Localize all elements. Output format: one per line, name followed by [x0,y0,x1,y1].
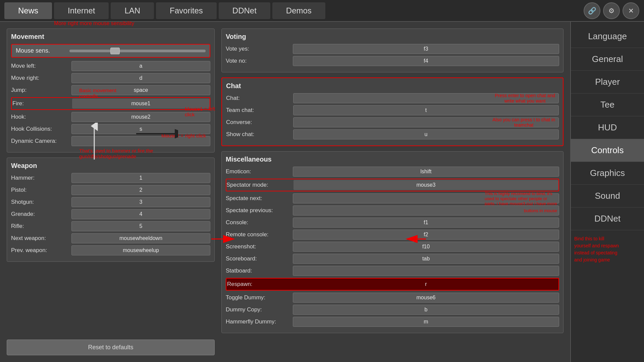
respawn-key[interactable]: r [293,279,558,289]
bind-row-move-left: Move left: a [11,61,210,71]
vote-yes-label: Vote yes: [226,46,293,52]
chat-title: Chat [226,82,559,90]
spectate-next-row: Spectate next: This is highly recomend t… [226,193,559,203]
screenshot-key[interactable]: f10 [293,242,559,252]
chat-key[interactable]: Press enter to open chat andwrite what y… [293,93,559,103]
voting-row-no: Vote no: f4 [226,56,559,66]
mouse-sens-slider[interactable] [69,50,206,52]
move-left-key[interactable]: a [71,61,210,71]
prev-weapon-key[interactable]: mousewheelup [71,245,210,255]
remote-console-key[interactable]: f2 [293,230,559,240]
grenade-key[interactable]: 4 [71,209,210,219]
movement-section: Movement More right more mouse sensibili… [7,28,215,153]
bind-row-rifle: Rifle: 5 [11,221,210,231]
remote-console-label: Remote console: [226,231,293,238]
team-chat-key[interactable]: t [293,105,559,115]
tab-internet[interactable]: Internet [54,2,109,19]
pistol-key[interactable]: 2 [71,185,210,195]
slider-thumb [110,48,120,54]
shotgun-key[interactable]: 3 [71,197,210,207]
toggle-dummy-key[interactable]: mouse6 [293,293,559,303]
hammer-key[interactable]: 1 [71,173,210,183]
pistol-label: Pistol: [11,187,71,193]
screenshot-label: Screenshot: [226,243,293,250]
tab-lan[interactable]: LAN [111,2,154,19]
dummy-copy-key[interactable]: b [293,305,559,315]
spectator-mode-label: Spectator mode: [226,182,293,188]
rifle-key[interactable]: 5 [71,221,210,231]
sidebar-item-controls[interactable]: Controls [571,139,644,162]
dynamic-camera-key[interactable] [71,136,210,146]
statboard-row: Statboard: [226,266,559,276]
next-weapon-key[interactable]: mousewheeldown [71,233,210,243]
fire-key[interactable]: mouse1 [72,99,210,109]
converse-row: Converse: Also you can press t to chat i… [226,117,559,127]
spectate-next-label: Spectate next: [226,195,293,202]
voting-title: Voting [226,33,559,41]
converse-key[interactable]: Also you can press t to chat inteamchat [293,117,559,127]
shotgun-label: Shotgun: [11,199,71,205]
voting-row-yes: Vote yes: f3 [226,44,559,54]
right-sidebar: Language General Player Tee HUD Controls… [570,22,644,362]
tab-demos[interactable]: Demos [272,2,325,19]
dummy-copy-row: Dummy Copy: b [226,305,559,315]
sidebar-item-graphics[interactable]: Graphics [571,162,644,185]
move-right-key[interactable]: d [71,73,210,83]
tab-favorites[interactable]: Favorites [156,2,217,19]
bind-row-fire: Fire: mouse1 [11,97,210,110]
tab-ddnet[interactable]: DDNet [219,2,270,19]
jump-key[interactable]: space [71,85,210,95]
bind-row-hammer: Hammer: 1 [11,173,210,183]
scoreboard-key[interactable]: tab [293,254,559,264]
bind-row-hook: Hook: mouse2 [11,112,210,122]
hook-collisions-key[interactable]: s [71,124,210,134]
hammerfly-dummy-key[interactable]: m [293,317,559,327]
jump-label: Jump: [11,87,71,94]
scoreboard-label: Scoreboard: [226,255,293,262]
chat-section: Chat Chat: Press enter to open chat andw… [221,77,564,146]
spectator-mode-key[interactable]: mouse3 [293,180,558,190]
tab-news[interactable]: News [4,2,52,19]
console-key[interactable]: f1 [293,218,559,228]
sidebar-item-language[interactable]: Language [571,25,644,48]
mouse-sens-row[interactable]: Mouse sens. [11,44,210,58]
sidebar-item-ddnet[interactable]: DDNet [571,207,644,230]
bind-row-hook-collisions: Hook Collisions: s [11,124,210,134]
settings-icon-btn[interactable]: ⚙ [603,2,620,19]
statboard-key[interactable] [293,266,559,276]
sidebar-item-hud[interactable]: HUD [571,116,644,139]
move-left-label: Move left: [11,63,71,69]
weapon-section: Weapon Hammer: 1 Pistol: 2 Shotgun: 3 Gr… [7,158,215,262]
vote-yes-key[interactable]: f3 [293,44,559,54]
bind-row-shotgun: Shotgun: 3 [11,197,210,207]
bind-row-pistol: Pistol: 2 [11,185,210,195]
sidebar-item-sound[interactable]: Sound [571,185,644,207]
show-chat-key[interactable]: u [293,129,559,139]
vote-no-key[interactable]: f4 [293,56,559,66]
reset-button[interactable]: Reset to defaults [7,340,215,355]
spectate-previous-key[interactable]: buttons in mouse [293,205,559,216]
left-panel: Movement More right more mouse sensibili… [7,28,215,355]
hook-label: Hook: [11,114,71,120]
right-panel: Voting Vote yes: f3 Vote no: f4 Chat Cha… [221,28,564,355]
bind-row-prev-weapon: Prev. weapon: mousewheelup [11,245,210,255]
hook-key[interactable]: mouse2 [71,112,210,122]
sidebar-item-general[interactable]: General [571,48,644,71]
sidebar-item-tee[interactable]: Tee [571,94,644,116]
sidebar-item-player[interactable]: Player [571,71,644,94]
link-icon-btn[interactable]: 🔗 [584,2,600,19]
grenade-label: Grenade: [11,211,71,218]
prev-weapon-label: Prev. weapon: [11,247,71,254]
top-navigation: News Internet LAN Favorites DDNet Demos … [0,0,644,22]
bind-row-next-weapon: Next weapon: mousewheeldown [11,233,210,243]
spectate-next-key[interactable]: This is highly recomend to bind, it'suse… [293,193,559,203]
close-icon-btn[interactable]: ✕ [623,2,639,19]
hammer-label: Hammer: [11,175,71,181]
emoticon-key[interactable]: lshift [293,167,559,177]
misc-title: Miscellaneous [226,156,559,163]
bind-row-dynamic-camera: Dynamic Camera: [11,136,210,146]
console-row: Console: f1 [226,218,559,228]
move-right-label: Move right: [11,75,71,81]
respawn-sidebar-annotation: Bind this to killyourself and respawnins… [571,230,644,268]
screenshot-row: Screenshot: f10 [226,242,559,252]
